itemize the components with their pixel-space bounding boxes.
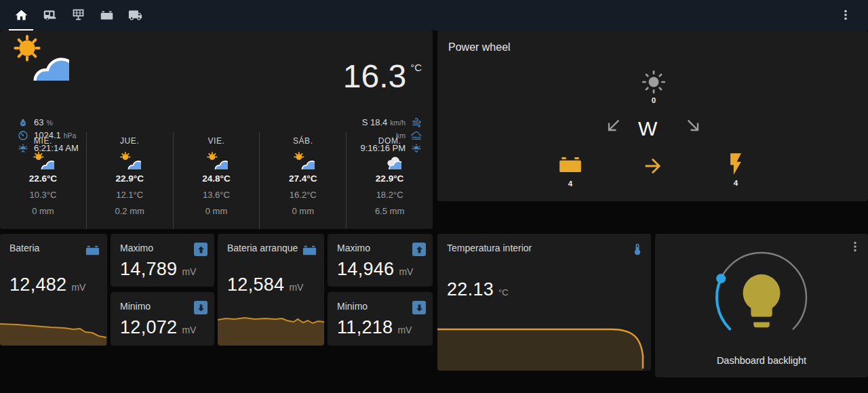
lightbulb-icon[interactable]	[743, 274, 781, 327]
forecast-day: MIÉ. 22.6°C 10.3°C 0 mm	[0, 132, 86, 229]
forecast-low: 13.6°C	[174, 190, 260, 200]
forecast-precip: 0 mm	[260, 206, 346, 216]
forecast-day-label: DOM.	[347, 136, 433, 146]
card-title: Minimo	[120, 301, 151, 312]
caravan-icon	[43, 8, 57, 22]
partly-cloudy-icon	[7, 35, 69, 81]
truck-icon	[128, 8, 142, 22]
consumption-power-value: 4	[723, 179, 749, 187]
voltage-sparkline	[218, 310, 324, 346]
wind-value: S 18.4	[362, 117, 388, 127]
flash-icon	[723, 151, 749, 177]
forecast-day: JUE. 22.9°C 12.1°C 0.2 mm	[86, 132, 173, 229]
forecast-high: 22.9°C	[347, 173, 433, 184]
forecast-precip: 0.2 mm	[87, 206, 173, 216]
tab-home[interactable]	[7, 0, 35, 30]
dots-vertical-icon	[838, 7, 853, 22]
forecast-day-label: VIE.	[174, 136, 260, 146]
cloudy-icon	[378, 152, 401, 169]
sensor-value: 12,072	[120, 317, 177, 338]
forecast-low: 16.2°C	[260, 190, 346, 200]
tab-caravan[interactable]	[35, 0, 64, 30]
grid-unit-label: W	[638, 117, 657, 140]
sensor-unit: mV	[71, 282, 85, 293]
partly-cloudy-icon	[31, 152, 54, 169]
card-title: Maximo	[120, 243, 153, 253]
humidity-unit: %	[46, 119, 52, 127]
forecast-row: MIÉ. 22.6°C 10.3°C 0 mm JUE. 22.9°C 12.1…	[0, 132, 433, 229]
overflow-menu-button[interactable]	[838, 7, 853, 22]
bateria-maximo-card[interactable]: Maximo 14,789 mV	[111, 234, 214, 287]
tab-solar-panel[interactable]	[64, 0, 92, 30]
sensor-value: 11,218	[337, 317, 393, 338]
arrow-up-bold-box-icon	[194, 243, 208, 256]
card-title: Bateria arranque	[227, 243, 298, 253]
forecast-low: 18.2°C	[347, 190, 433, 200]
arranque-minimo-card[interactable]: Minimo 11,218 mV	[328, 292, 433, 346]
forecast-high: 24.8°C	[174, 173, 260, 184]
temperatura-interior-card[interactable]: Temperatura interior 22.13 °C	[437, 234, 651, 371]
temperature-unit: °C	[410, 62, 422, 73]
sensor-value: 14,789	[120, 259, 177, 280]
car-battery-icon	[302, 243, 317, 258]
partly-cloudy-icon	[118, 152, 141, 169]
sensor-unit: mV	[182, 266, 196, 277]
arrow-down-bold-box-icon	[412, 301, 426, 314]
sun-icon	[642, 70, 666, 94]
temperature-graph	[437, 234, 651, 371]
card-title: Minimo	[337, 301, 368, 312]
solar-power-item[interactable]: 0	[641, 70, 667, 104]
card-title: Power wheel	[448, 41, 511, 54]
card-title: Maximo	[337, 243, 370, 253]
car-battery-icon	[557, 152, 583, 178]
sensor-unit: mV	[182, 325, 196, 335]
arrow-down-bold-box-icon	[194, 301, 208, 314]
home-icon	[14, 8, 28, 22]
sensor-unit: mV	[289, 282, 303, 293]
sensor-value: 12,584	[227, 274, 284, 295]
bateria-arranque-card[interactable]: Bateria arranque 12,584 mV	[218, 234, 324, 346]
forecast-day: SÁB. 27.4°C 16.2°C 0 mm	[259, 132, 346, 229]
battery-power-value: 4	[557, 180, 584, 188]
bateria-minimo-card[interactable]: Minimo 12,072 mV	[111, 292, 214, 346]
current-temperature: 16.3 °C	[343, 60, 422, 93]
dashboard-backlight-card: Dashboard backlight	[655, 234, 868, 377]
wind-unit: km/h	[390, 119, 406, 127]
arrow-right-icon	[642, 154, 665, 178]
forecast-day-label: SÁB.	[260, 136, 346, 146]
consumption-power-item[interactable]: 4	[723, 151, 749, 187]
partly-cloudy-icon	[292, 152, 315, 169]
car-battery-icon	[85, 243, 100, 258]
wind-row: S 18.4 km/h	[361, 116, 422, 129]
temperature-value: 16.3	[343, 60, 406, 93]
forecast-day: VIE. 24.8°C 13.6°C 0 mm	[173, 132, 260, 229]
sensor-unit: mV	[399, 266, 413, 277]
weather-card[interactable]: 16.3 °C 63 % 1024.1 hPa 6:21:14 AM S 18.…	[0, 30, 433, 229]
arranque-maximo-card[interactable]: Maximo 14,946 mV	[328, 234, 433, 287]
voltage-sparkline	[0, 318, 107, 346]
solar-power-value: 0	[641, 96, 667, 104]
battery-power-item[interactable]: 4	[557, 152, 584, 188]
forecast-precip: 0 mm	[0, 206, 86, 216]
forecast-day-label: JUE.	[87, 136, 173, 146]
slider-handle[interactable]	[716, 274, 726, 283]
slider-active-arc	[717, 278, 730, 329]
bateria-card[interactable]: Bateria 12,482 mV	[0, 234, 107, 346]
card-title: Bateria	[9, 243, 39, 253]
car-battery-icon	[100, 8, 114, 22]
solar-panel-icon	[71, 8, 85, 22]
forecast-low: 12.1°C	[87, 190, 173, 200]
forecast-precip: 6.5 mm	[347, 206, 433, 216]
arrow-bottom-left-icon	[604, 116, 623, 135]
forecast-high: 27.4°C	[260, 173, 346, 184]
humidity-row: 63 %	[18, 116, 79, 129]
forecast-high: 22.6°C	[0, 173, 86, 184]
power-wheel-card: Power wheel 0 W 4 4	[437, 30, 868, 201]
forecast-precip: 0 mm	[174, 206, 260, 216]
forecast-day-label: MIÉ.	[0, 136, 86, 146]
tab-truck[interactable]	[121, 0, 149, 30]
forecast-day: DOM. 22.9°C 18.2°C 6.5 mm	[346, 132, 433, 229]
forecast-high: 22.9°C	[87, 173, 173, 184]
tab-battery[interactable]	[92, 0, 121, 30]
partly-cloudy-icon	[205, 152, 228, 169]
